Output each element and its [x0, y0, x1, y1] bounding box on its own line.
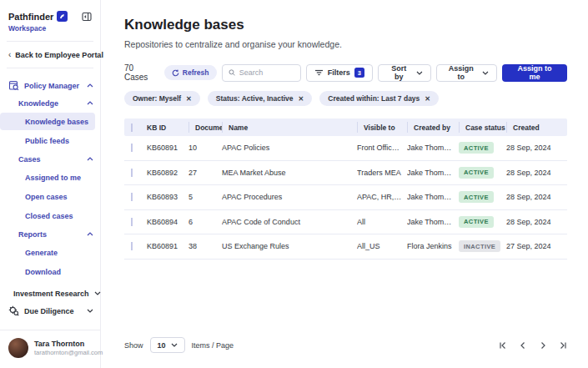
sidebar-item-label: Policy Manager: [24, 82, 79, 90]
sidebar: Pathfinder Workspace ‹ Back to Employee …: [0, 0, 101, 368]
collapse-sidebar-icon[interactable]: [82, 12, 92, 22]
filters-button[interactable]: Filters 3: [306, 64, 373, 82]
chevron-down-icon: [87, 309, 93, 313]
column-header: Case status: [459, 122, 506, 133]
sort-by-button[interactable]: Sort by: [378, 64, 431, 82]
pathfinder-logo-icon: [57, 11, 68, 22]
sidebar-item-due-diligence[interactable]: Due Diligence: [0, 302, 100, 320]
sidebar-item-generate[interactable]: Generate: [0, 244, 95, 261]
chevron-down-icon: [171, 343, 178, 347]
select-all-checkbox[interactable]: [131, 124, 133, 132]
search-input[interactable]: [239, 68, 294, 77]
sidebar-group-knowledge[interactable]: Knowledge: [0, 94, 100, 112]
due-diligence-icon: [8, 305, 19, 316]
chevron-up-icon: [87, 232, 93, 236]
column-header: Created: [506, 122, 567, 133]
sidebar-item-investment-research[interactable]: Investment Research: [0, 285, 100, 302]
knowledge-bases-table: KB ID Documents Name Visible to Created …: [124, 118, 567, 260]
toolbar: 70 Cases Refresh Filters 3: [124, 63, 567, 82]
sidebar-item-download[interactable]: Download: [0, 263, 95, 280]
previous-page-button[interactable]: [519, 341, 527, 350]
sidebar-group-reports[interactable]: Reports: [0, 225, 100, 243]
pager: [499, 341, 567, 350]
sidebar-group-cases[interactable]: Cases: [0, 150, 100, 168]
sidebar-item-label: Investment Research: [13, 290, 89, 298]
refresh-button[interactable]: Refresh: [164, 65, 217, 80]
chevron-up-icon: [87, 101, 93, 105]
row-checkbox[interactable]: [131, 169, 133, 177]
next-page-button[interactable]: [539, 341, 547, 350]
sidebar-nav: Policy Manager Knowledge Knowledge bases…: [0, 68, 100, 320]
main-content: Knowledge bases Repositories to centrali…: [101, 0, 588, 368]
table-header: KB ID Documents Name Visible to Created …: [124, 118, 567, 136]
active-filter-chips: Owner: Myself ✕ Status: Active, Inactive…: [124, 91, 567, 106]
filter-chip-owner[interactable]: Owner: Myself ✕: [124, 91, 200, 106]
status-badge: ACTIVE: [459, 142, 494, 154]
first-page-button[interactable]: [499, 341, 507, 350]
workspace-label: Workspace: [0, 22, 100, 41]
search-box[interactable]: [222, 64, 301, 82]
sidebar-item-label: Due Diligence: [24, 307, 74, 315]
avatar: [8, 338, 28, 358]
assign-to-button[interactable]: Assign to: [436, 64, 498, 82]
last-page-button[interactable]: [559, 341, 567, 350]
sidebar-item-knowledge-bases[interactable]: Knowledge bases: [0, 113, 95, 130]
back-to-employee-portal-link[interactable]: ‹ Back to Employee Portal: [0, 42, 100, 68]
table-row[interactable]: KB60892 27 MEA Market Abuse Traders MEA …: [124, 161, 567, 186]
column-header: Visible to: [357, 122, 407, 133]
close-icon[interactable]: ✕: [299, 95, 304, 103]
column-header: Name: [222, 122, 357, 133]
filter-chip-status[interactable]: Status: Active, Inactive ✕: [208, 91, 312, 106]
filter-icon: [314, 68, 324, 77]
close-icon[interactable]: ✕: [425, 95, 430, 103]
status-badge: ACTIVE: [459, 167, 494, 179]
row-checkbox[interactable]: [131, 218, 133, 226]
search-icon: [229, 68, 235, 77]
page-title: Knowledge bases: [124, 17, 567, 33]
back-label: Back to Employee Portal: [15, 51, 103, 59]
sidebar-footer: Tara Thornton tarathornton@gmail.com: [0, 330, 100, 368]
column-header: KB ID: [147, 124, 188, 132]
app-root: Pathfinder Workspace ‹ Back to Employee …: [0, 0, 588, 368]
page-size-select[interactable]: 10: [150, 337, 185, 353]
chevron-down-icon: [482, 71, 489, 75]
items-per-page-label: Items / Page: [192, 341, 234, 350]
row-checkbox[interactable]: [131, 144, 133, 152]
user-card[interactable]: Tara Thornton tarathornton@gmail.com: [0, 330, 100, 368]
app-logo: Pathfinder: [8, 12, 53, 22]
column-header: Created by: [407, 122, 459, 133]
sidebar-item-public-feeds[interactable]: Public feeds: [0, 132, 95, 149]
row-checkbox[interactable]: [131, 242, 133, 250]
filters-count-badge: 3: [354, 68, 364, 78]
status-badge: ACTIVE: [459, 191, 494, 203]
case-count: 70 Cases: [124, 63, 159, 82]
user-email: tarathornton@gmail.com: [34, 349, 103, 356]
pagination-bar: Show 10 Items / Page: [124, 337, 567, 353]
chevron-down-icon: [416, 71, 423, 75]
sidebar-item-assigned-to-me[interactable]: Assigned to me: [0, 169, 95, 186]
status-badge: ACTIVE: [459, 216, 494, 228]
chevron-up-icon: [87, 83, 93, 88]
chevron-down-icon: [94, 291, 101, 295]
table-row[interactable]: KB60893 5 APAC Procedures APAC, HR, IT g…: [124, 185, 567, 210]
table-row[interactable]: KB60891 38 US Exchange Rules All_US Flor…: [124, 234, 567, 260]
row-checkbox[interactable]: [131, 193, 133, 201]
sidebar-item-open-cases[interactable]: Open cases: [0, 188, 95, 205]
page-subtitle: Repositories to centralize and organise …: [124, 39, 567, 49]
policy-manager-icon: [8, 80, 19, 91]
sidebar-item-policy-manager[interactable]: Policy Manager: [0, 77, 100, 94]
assign-to-me-button[interactable]: Assign to me: [502, 64, 567, 82]
logo-row: Pathfinder: [0, 0, 100, 22]
filter-chip-created-within[interactable]: Created within: Last 7 days ✕: [319, 91, 439, 106]
chevron-up-icon: [87, 157, 93, 161]
table-row[interactable]: KB60894 6 APAC Code of Conduct All Jake …: [124, 210, 567, 235]
table-body: KB60891 10 APAC Policies Front Office A.…: [124, 136, 567, 260]
close-icon[interactable]: ✕: [186, 95, 192, 103]
show-label: Show: [124, 341, 143, 350]
sidebar-item-closed-cases[interactable]: Closed cases: [0, 207, 95, 224]
status-badge: INACTIVE: [459, 240, 500, 252]
table-row[interactable]: KB60891 10 APAC Policies Front Office A.…: [124, 136, 567, 161]
refresh-icon: [172, 69, 179, 77]
column-header: Documents: [188, 122, 222, 133]
chevron-left-icon: ‹: [8, 50, 11, 59]
